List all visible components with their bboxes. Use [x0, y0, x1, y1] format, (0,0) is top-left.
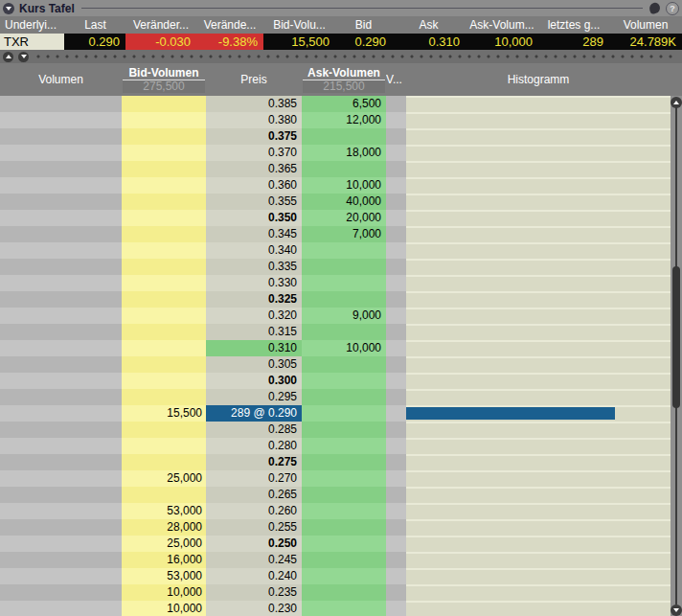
ask-volume-cell[interactable]: 10,000 [302, 340, 386, 356]
scrollbar-thumb[interactable] [672, 266, 680, 408]
ask-volume-cell[interactable] [302, 389, 386, 405]
hand-icon[interactable] [648, 2, 661, 14]
ask-volume-cell[interactable] [302, 422, 386, 438]
price-cell[interactable]: 0.365 [206, 161, 302, 177]
bid-volume-cell[interactable] [122, 259, 206, 275]
bid-volume-cell[interactable]: 28,000 [122, 519, 206, 536]
bid-volume-cell[interactable] [122, 275, 206, 291]
price-cell[interactable]: 0.380 [206, 112, 302, 128]
ask-volume-cell[interactable] [302, 568, 386, 584]
ask-volume-cell[interactable] [302, 438, 386, 454]
price-cell[interactable]: 0.230 [206, 601, 302, 616]
ask-volume-cell[interactable] [302, 584, 386, 601]
bid-volume-cell[interactable]: 16,000 [122, 552, 206, 568]
ask-volume-cell[interactable] [302, 601, 386, 616]
bid-volume-cell[interactable]: 25,000 [122, 536, 206, 552]
ask-volume-cell[interactable] [302, 454, 386, 470]
quote-col-header-ask-volume[interactable]: Ask-Volum... [466, 18, 538, 32]
ask-volume-cell[interactable] [302, 161, 386, 177]
price-cell[interactable]: 0.385 [206, 96, 302, 112]
help-icon[interactable]: ? [666, 2, 679, 15]
ask-volume-cell[interactable] [302, 242, 386, 259]
bid-volume-cell[interactable]: 25,000 [122, 470, 206, 487]
bid-volume-cell[interactable]: 10,000 [122, 601, 206, 616]
bid-volume-cell[interactable] [122, 242, 206, 259]
ask-volume-cell[interactable] [302, 259, 386, 275]
price-cell[interactable]: 0.240 [206, 568, 302, 584]
bid-volume-cell[interactable] [122, 324, 206, 340]
bid-volume-cell[interactable]: 15,500 [122, 405, 206, 422]
price-cell[interactable]: 0.375 [206, 128, 302, 145]
price-cell[interactable]: 0.295 [206, 389, 302, 405]
splitter-down-button[interactable] [18, 52, 29, 62]
bid-volume-cell[interactable] [122, 454, 206, 470]
price-cell[interactable]: 0.305 [206, 356, 302, 373]
ask-volume-cell[interactable] [302, 275, 386, 291]
bid-volume-cell[interactable] [122, 356, 206, 373]
price-cell[interactable]: 0.315 [206, 324, 302, 340]
ask-volume-cell[interactable] [302, 405, 386, 422]
quote-col-header-change-pct[interactable]: Verände... [196, 18, 263, 32]
collapse-panel-button[interactable] [3, 3, 14, 14]
ladder-col-bid-label[interactable]: Bid-Volumen [122, 66, 206, 80]
bid-volume-cell[interactable] [122, 308, 206, 324]
ask-volume-cell[interactable]: 18,000 [302, 145, 386, 161]
ask-volume-cell[interactable] [302, 487, 386, 503]
price-cell[interactable]: 0.340 [206, 242, 302, 259]
ask-volume-cell[interactable]: 7,000 [302, 226, 386, 242]
ask-volume-cell[interactable] [302, 519, 386, 536]
price-cell[interactable]: 0.330 [206, 275, 302, 291]
price-cell[interactable]: 0.310 [206, 340, 302, 356]
ask-volume-cell[interactable]: 20,000 [302, 210, 386, 226]
splitter-bar[interactable] [0, 50, 682, 63]
bid-volume-cell[interactable] [122, 438, 206, 454]
bid-volume-cell[interactable] [122, 112, 206, 128]
ladder-col-ask-label[interactable]: Ask-Volumen [302, 66, 386, 80]
price-cell[interactable]: 0.335 [206, 259, 302, 275]
ask-volume-cell[interactable] [302, 536, 386, 552]
bid-volume-cell[interactable] [122, 373, 206, 389]
ask-volume-cell[interactable] [302, 470, 386, 487]
scroll-down-button[interactable] [671, 605, 682, 616]
quote-col-header-volume[interactable]: Volumen [609, 18, 682, 32]
quote-col-header-last-size[interactable]: letztes g... [538, 18, 609, 32]
bid-volume-cell[interactable] [122, 422, 206, 438]
price-cell[interactable]: 289 @ 0.290 [206, 405, 302, 422]
price-cell[interactable]: 0.235 [206, 584, 302, 601]
bid-volume-cell[interactable] [122, 96, 206, 112]
bid-volume-cell[interactable] [122, 226, 206, 242]
bid-volume-cell[interactable] [122, 340, 206, 356]
price-cell[interactable]: 0.300 [206, 373, 302, 389]
price-cell[interactable]: 0.345 [206, 226, 302, 242]
quote-col-header-bid[interactable]: Bid [335, 18, 392, 32]
bid-volume-cell[interactable] [122, 177, 206, 194]
price-cell[interactable]: 0.320 [206, 308, 302, 324]
bid-volume-cell[interactable] [122, 194, 206, 210]
price-cell[interactable]: 0.360 [206, 177, 302, 194]
bid-volume-cell[interactable] [122, 161, 206, 177]
ask-volume-cell[interactable] [302, 503, 386, 519]
price-cell[interactable]: 0.355 [206, 194, 302, 210]
bid-volume-cell[interactable] [122, 210, 206, 226]
price-cell[interactable]: 0.245 [206, 552, 302, 568]
price-cell[interactable]: 0.350 [206, 210, 302, 226]
quote-col-header-change[interactable]: Veränder... [125, 18, 196, 32]
price-cell[interactable]: 0.280 [206, 438, 302, 454]
bid-volume-cell[interactable]: 53,000 [122, 503, 206, 519]
price-cell[interactable]: 0.260 [206, 503, 302, 519]
bid-volume-cell[interactable]: 10,000 [122, 584, 206, 601]
bid-volume-cell[interactable] [122, 487, 206, 503]
quote-col-header-last[interactable]: Last [65, 18, 125, 32]
ask-volume-cell[interactable] [302, 291, 386, 308]
ask-volume-cell[interactable]: 6,500 [302, 96, 386, 112]
price-cell[interactable]: 0.325 [206, 291, 302, 308]
quote-col-header-underlying[interactable]: Underlyi... [0, 18, 65, 32]
bid-volume-cell[interactable] [122, 128, 206, 145]
ask-volume-cell[interactable] [302, 356, 386, 373]
price-cell[interactable]: 0.250 [206, 536, 302, 552]
vertical-scrollbar[interactable] [671, 96, 682, 616]
bid-volume-cell[interactable] [122, 389, 206, 405]
ask-volume-cell[interactable] [302, 324, 386, 340]
ask-volume-cell[interactable] [302, 373, 386, 389]
ask-volume-cell[interactable] [302, 128, 386, 145]
